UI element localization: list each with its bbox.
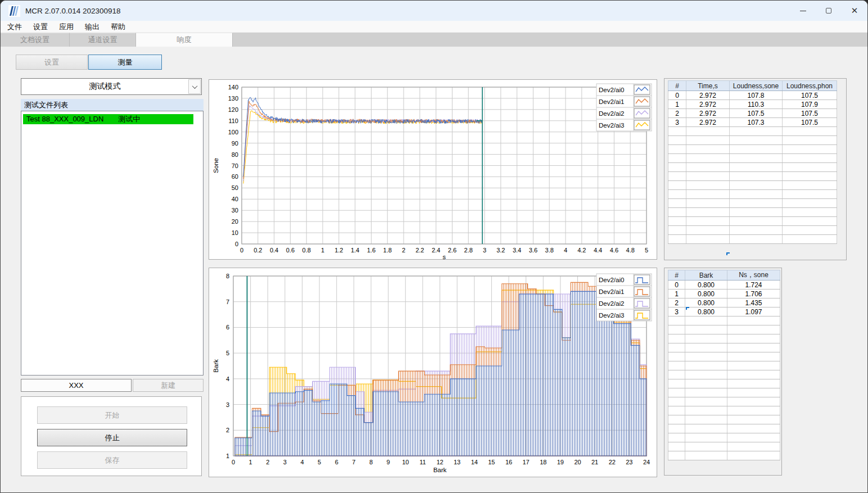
table-cell: 107.5 xyxy=(730,109,783,118)
tab-2[interactable]: 响度 xyxy=(136,33,233,47)
svg-text:140: 140 xyxy=(228,84,238,91)
menu-item-1[interactable]: 设置 xyxy=(28,21,53,33)
svg-text:18: 18 xyxy=(540,459,546,465)
table-cell: 0 xyxy=(668,91,686,100)
subtab-settings[interactable]: 设置 xyxy=(16,55,88,70)
menu-item-3[interactable]: 输出 xyxy=(79,21,105,33)
table-empty-row xyxy=(668,145,837,154)
svg-text:1.8: 1.8 xyxy=(383,247,392,254)
start-button[interactable]: 开始 xyxy=(37,406,187,424)
app-window: MCR 2.07.0.014 202300918 ✕ 文件设置应用输出帮助 文档… xyxy=(0,0,868,493)
table-empty-row xyxy=(668,379,780,388)
menu-item-4[interactable]: 帮助 xyxy=(105,21,131,33)
table-cell: 107.3 xyxy=(730,118,783,127)
specific-loudness-chart: 0123456789101112131415161718192021222324… xyxy=(209,268,657,477)
test-file-list[interactable]: Test 88_XXX_009_LDN测试中 xyxy=(21,111,204,376)
svg-text:8: 8 xyxy=(226,273,229,279)
table-cell: 0.800 xyxy=(685,307,727,316)
measure-control-group: 开始 停止 保存 xyxy=(21,396,202,476)
cell-cursor-mark xyxy=(686,307,689,310)
svg-text:120: 120 xyxy=(228,106,238,113)
table-row[interactable]: 02.972107.8107.5 xyxy=(668,91,837,100)
test-mode-value: 测试模式 xyxy=(21,82,188,92)
stop-button[interactable]: 停止 xyxy=(37,429,187,446)
svg-text:20: 20 xyxy=(574,459,581,465)
svg-text:40: 40 xyxy=(232,196,238,202)
svg-text:16: 16 xyxy=(505,459,512,465)
minimize-button[interactable] xyxy=(790,1,816,21)
table-row[interactable]: 10.8001.706 xyxy=(668,290,780,298)
tab-0[interactable]: 文档设置 xyxy=(1,33,70,47)
table-row[interactable]: 00.8001.724 xyxy=(668,281,780,290)
svg-text:12: 12 xyxy=(436,459,443,465)
svg-text:7: 7 xyxy=(352,459,355,465)
svg-text:15: 15 xyxy=(488,459,495,465)
svg-text:60: 60 xyxy=(232,173,238,180)
chevron-down-icon[interactable] xyxy=(188,79,201,94)
legend-label: Dev2/ai0 xyxy=(599,277,624,283)
svg-text:3: 3 xyxy=(226,401,229,408)
x-axis-label: Bark xyxy=(433,467,447,473)
file-list-header: 测试文件列表 xyxy=(21,99,204,111)
test-file-item[interactable]: Test 88_XXX_009_LDN测试中 xyxy=(23,114,193,124)
bark-table: #BarkNs，sone00.8001.72410.8001.70620.800… xyxy=(668,270,780,460)
table-cell: 2.972 xyxy=(686,100,730,109)
svg-text:5: 5 xyxy=(318,459,321,465)
svg-text:3.2: 3.2 xyxy=(496,247,505,254)
table-header-cell: Time,s xyxy=(686,81,730,91)
table-empty-row xyxy=(668,388,780,397)
close-button[interactable]: ✕ xyxy=(842,1,867,21)
svg-text:4.4: 4.4 xyxy=(594,247,602,254)
svg-text:3: 3 xyxy=(483,247,486,254)
save-button[interactable]: 保存 xyxy=(37,451,187,469)
table-empty-row xyxy=(668,226,837,235)
table-empty-row xyxy=(668,208,837,217)
maximize-button[interactable] xyxy=(816,1,842,21)
table-empty-row xyxy=(668,199,837,208)
table-row[interactable]: 12.972110.3107.9 xyxy=(668,100,837,109)
table-empty-row xyxy=(668,451,780,460)
svg-text:3.6: 3.6 xyxy=(529,247,537,254)
menu-item-0[interactable]: 文件 xyxy=(2,21,28,33)
svg-text:0.6: 0.6 xyxy=(286,247,295,254)
svg-text:2: 2 xyxy=(402,247,405,254)
svg-text:13: 13 xyxy=(454,459,460,465)
svg-text:1: 1 xyxy=(226,453,229,459)
svg-text:4.2: 4.2 xyxy=(577,247,586,254)
svg-text:19: 19 xyxy=(557,459,564,465)
svg-text:2.8: 2.8 xyxy=(464,247,473,254)
y-axis-label: Sone xyxy=(213,158,219,173)
specific-loudness-chart-panel: 0123456789101112131415161718192021222324… xyxy=(209,268,657,477)
table-empty-row xyxy=(668,325,780,334)
table-cell: 110.3 xyxy=(730,100,783,109)
table-cell: 1.724 xyxy=(727,281,780,290)
loudness-time-chart: 00.20.40.60.811.21.41.61.822.22.42.62.83… xyxy=(209,80,657,259)
table-row[interactable]: 20.8001.435 xyxy=(668,298,780,307)
table-row[interactable]: 32.972107.3107.5 xyxy=(668,118,837,127)
svg-text:4.8: 4.8 xyxy=(626,247,635,254)
svg-text:6: 6 xyxy=(335,459,338,465)
app-logo-icon xyxy=(8,5,20,17)
svg-text:3: 3 xyxy=(283,459,287,465)
table-empty-row xyxy=(668,361,780,370)
tab-1[interactable]: 通道设置 xyxy=(70,33,136,47)
svg-text:6: 6 xyxy=(226,324,229,331)
svg-text:0: 0 xyxy=(240,247,243,254)
table-empty-row xyxy=(668,172,837,181)
menu-item-2[interactable]: 应用 xyxy=(53,21,79,33)
table-row[interactable]: 22.972107.5107.5 xyxy=(668,109,837,118)
svg-text:20: 20 xyxy=(232,218,238,225)
xxx-button[interactable]: XXX xyxy=(21,379,132,392)
table-header-cell: Loudness,phon xyxy=(783,81,837,91)
table-cell: 1 xyxy=(668,290,685,298)
table-row[interactable]: 30.8001.097 xyxy=(668,307,780,316)
table-cell: 0 xyxy=(668,281,685,290)
table-header-row: #Time,sLoudness,soneLoudness,phon xyxy=(668,81,837,91)
table-cell: 0.800 xyxy=(685,290,727,298)
table-cell: 107.8 xyxy=(730,91,783,100)
new-button[interactable]: 新建 xyxy=(133,379,204,392)
test-mode-select[interactable]: 测试模式 xyxy=(21,78,202,95)
table-header-cell: Ns，sone xyxy=(727,270,780,281)
subtab-measure[interactable]: 测量 xyxy=(88,55,162,70)
svg-text:1: 1 xyxy=(249,459,252,465)
